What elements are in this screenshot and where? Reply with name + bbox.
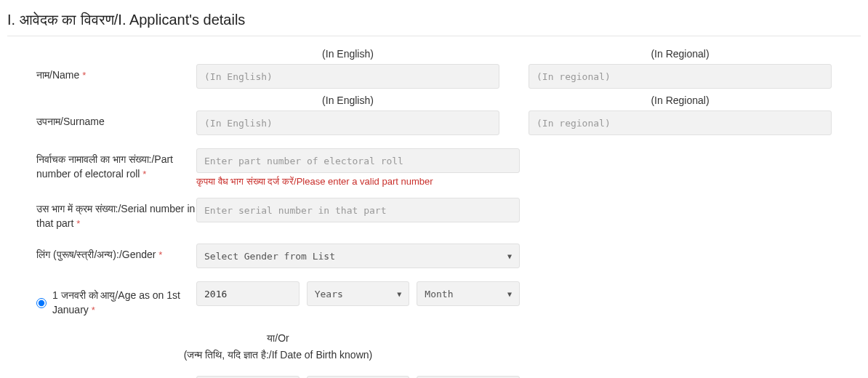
age-month-select-value: Month — [425, 289, 453, 299]
required-mark: * — [82, 70, 86, 81]
chevron-down-icon: ▼ — [507, 252, 512, 260]
gender-row: लिंग (पुरूष/स्त्री/अन्य):/Gender * Selec… — [36, 244, 832, 268]
gender-select-value: Select Gender from List — [204, 251, 335, 262]
part-number-label-text: निर्वाचक नामावली का भाग संख्या:/Part num… — [36, 153, 173, 180]
surname-row: उपनाम/Surname — [36, 110, 832, 135]
or-separator: या/Or (जन्म तिथि, यदि ज्ञात है:/If Date … — [36, 330, 520, 363]
gender-label-text: लिंग (पुरूष/स्त्री/अन्य):/Gender — [36, 249, 156, 260]
or-subtext: (जन्म तिथि, यदि ज्ञात है:/If Date of Bir… — [36, 347, 520, 363]
gender-label: लिंग (पुरूष/स्त्री/अन्य):/Gender * — [36, 244, 196, 262]
age-years-select-value: Years — [315, 289, 343, 299]
surname-regional-input[interactable] — [529, 110, 832, 135]
age-years-select[interactable]: Years ▼ — [307, 281, 410, 306]
name-label-text: नाम/Name — [36, 69, 79, 81]
column-headers: (In English) (In Regional) — [36, 48, 832, 60]
required-mark: * — [92, 305, 95, 315]
name-english-input[interactable] — [196, 64, 499, 89]
column-headers-2: (In English) (In Regional) — [36, 94, 832, 106]
name-label: नाम/Name * — [36, 64, 196, 83]
serial-number-label: उस भाग में क्रम संख्या:/Serial number in… — [36, 198, 196, 230]
part-number-error: कृपया वैध भाग संख्या दर्ज करें/Please en… — [196, 176, 520, 188]
age-radio[interactable] — [36, 298, 47, 308]
header-english-2: (In English) — [196, 94, 499, 106]
header-regional: (In Regional) — [529, 48, 832, 60]
part-number-input[interactable] — [196, 148, 520, 173]
age-label-text: 1 जनवरी को आयु/Age as on 1st January — [52, 289, 180, 315]
header-regional-2: (In Regional) — [529, 94, 832, 106]
chevron-down-icon: ▼ — [507, 290, 512, 298]
serial-number-input[interactable] — [196, 198, 520, 222]
required-mark: * — [158, 249, 162, 260]
serial-number-label-text: उस भाग में क्रम संख्या:/Serial number in… — [36, 203, 195, 229]
serial-number-row: उस भाग में क्रम संख्या:/Serial number in… — [36, 198, 832, 230]
section-title: I. आवेदक का विवरण/I. Applicant's details — [7, 7, 861, 36]
surname-english-input[interactable] — [196, 110, 499, 135]
name-regional-input[interactable] — [529, 64, 832, 89]
required-mark: * — [142, 169, 146, 180]
header-english: (In English) — [196, 48, 499, 60]
required-mark: * — [76, 218, 80, 229]
age-label: 1 जनवरी को आयु/Age as on 1st January * — [52, 289, 196, 317]
or-text: या/Or — [36, 330, 520, 346]
age-year-input[interactable] — [196, 281, 300, 306]
age-month-select[interactable]: Month ▼ — [417, 281, 520, 306]
chevron-down-icon: ▼ — [397, 290, 401, 298]
age-row: 1 जनवरी को आयु/Age as on 1st January * Y… — [36, 281, 832, 317]
gender-select[interactable]: Select Gender from List ▼ — [196, 244, 520, 268]
part-number-label: निर्वाचक नामावली का भाग संख्या:/Part num… — [36, 148, 196, 181]
name-row: नाम/Name * — [36, 64, 832, 89]
surname-label: उपनाम/Surname — [36, 110, 196, 129]
applicant-form: (In English) (In Regional) नाम/Name * (I… — [7, 48, 861, 378]
part-number-row: निर्वाचक नामावली का भाग संख्या:/Part num… — [36, 148, 832, 188]
